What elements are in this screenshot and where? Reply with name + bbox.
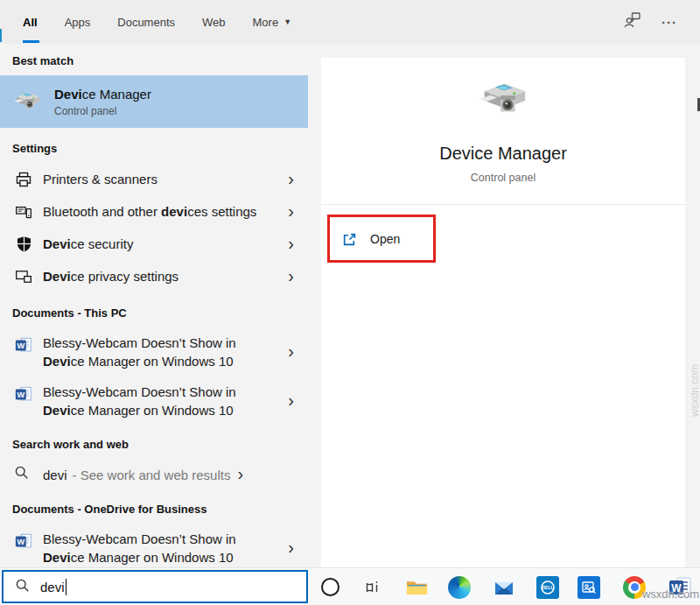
chevron-right-icon: › — [281, 391, 301, 411]
svg-text:W: W — [17, 538, 24, 546]
tab-documents[interactable]: Documents — [117, 0, 175, 44]
section-header-settings: Settings — [0, 128, 308, 163]
best-match-device-manager[interactable]: Device Manager Control panel — [0, 75, 308, 128]
word-document-icon: W — [14, 336, 33, 355]
search-query-text: devi — [40, 580, 65, 594]
tab-more[interactable]: More ▼ — [253, 0, 292, 44]
chevron-right-icon: › — [281, 235, 301, 254]
preview-title: Device Manager — [321, 144, 685, 164]
chevron-right-icon: › — [281, 342, 301, 362]
results-pane: Best match Devi — [0, 44, 308, 567]
search-tab-bar: All Apps Documents Web More ▼ ··· — [0, 0, 700, 44]
printer-icon — [14, 170, 33, 189]
support-assist-icon[interactable] — [578, 568, 600, 605]
open-action[interactable]: Open — [321, 217, 400, 261]
cortana-icon[interactable] — [319, 568, 340, 605]
open-label: Open — [370, 232, 400, 246]
result-bluetooth-devices-settings[interactable]: Bluetooth and other devices settings › — [0, 195, 308, 228]
section-header-documents-onedrive: Documents - OneDrive for Business — [0, 490, 308, 524]
feedback-icon[interactable] — [623, 11, 642, 33]
result-device-security[interactable]: Device security › — [0, 228, 308, 260]
text-caret — [66, 579, 67, 595]
word-document-icon: W — [14, 532, 33, 552]
section-header-documents-pc: Documents - This PC — [0, 292, 308, 327]
search-input[interactable]: devi — [2, 570, 308, 603]
tab-web[interactable]: Web — [202, 0, 226, 44]
divider — [321, 204, 685, 205]
chevron-down-icon: ▼ — [284, 18, 291, 26]
preview-panel: Device Manager Control panel Open — [321, 58, 685, 567]
result-device-privacy-settings[interactable]: Device privacy settings › — [0, 260, 308, 292]
svg-text:DELL: DELL — [542, 585, 553, 590]
best-match-title: Device Manager — [54, 87, 151, 102]
privacy-devices-icon — [14, 267, 33, 286]
result-see-web-results[interactable]: devi- See work and web results › — [0, 459, 308, 490]
chevron-right-icon: › — [281, 267, 301, 286]
file-explorer-icon[interactable] — [403, 568, 430, 605]
best-match-subtitle: Control panel — [54, 105, 151, 117]
svg-text:W: W — [17, 390, 24, 399]
search-icon — [14, 465, 33, 484]
watermark-side: wsxdn.com — [689, 343, 700, 417]
word-document-icon: W — [14, 385, 33, 405]
devices-icon — [14, 202, 33, 222]
device-manager-icon-large — [476, 73, 530, 130]
dell-icon[interactable]: DELL — [536, 568, 559, 605]
task-view-icon[interactable] — [361, 568, 384, 605]
result-printers-scanners[interactable]: Printers & scanners › — [0, 163, 308, 195]
svg-text:W: W — [17, 341, 24, 350]
chevron-right-icon: › — [281, 538, 301, 558]
search-icon — [15, 578, 30, 596]
more-options-icon[interactable]: ··· — [662, 15, 677, 30]
edge-icon[interactable] — [448, 568, 471, 605]
result-document-2[interactable]: W Blessy-Webcam Doesn’t Show in Device M… — [0, 376, 308, 426]
result-document-3[interactable]: W Blessy-Webcam Doesn’t Show in Device M… — [0, 524, 308, 573]
watermark-bottom: wsxdn.com — [642, 587, 699, 601]
tab-all[interactable]: All — [23, 0, 38, 44]
mail-icon[interactable] — [493, 568, 515, 605]
section-header-best-match: Best match — [0, 44, 308, 75]
open-icon — [342, 232, 357, 247]
screen-edge-artifact — [0, 29, 2, 42]
result-document-1[interactable]: W Blessy-Webcam Doesn’t Show in Device M… — [0, 327, 308, 376]
tab-apps[interactable]: Apps — [65, 0, 91, 44]
chevron-right-icon: › — [281, 170, 301, 189]
section-header-search-web: Search work and web — [0, 426, 308, 459]
search-flyout: All Apps Documents Web More ▼ ··· Best m… — [0, 0, 700, 567]
chevron-right-icon: › — [281, 202, 301, 222]
preview-subtitle: Control panel — [321, 172, 685, 184]
device-manager-icon — [12, 87, 42, 116]
shield-icon — [14, 235, 33, 254]
chevron-right-icon: › — [230, 465, 250, 484]
